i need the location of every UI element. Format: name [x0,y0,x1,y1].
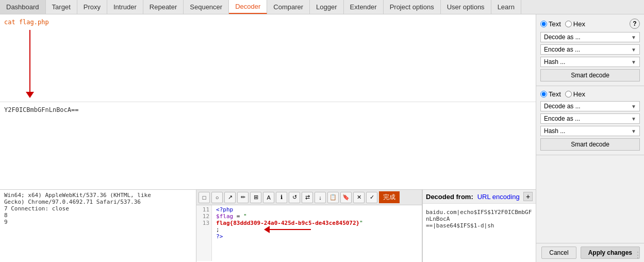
bottom-action-bar: Cancel Apply changes [536,243,644,262]
text-radio-option[interactable]: Text [540,20,561,28]
response-line: Gecko) Chrome/97.0.4692.71 Safari/537.36 [4,199,192,205]
toolbar-pencil-btn[interactable]: ✏ [237,192,249,203]
hash-label-upper: Hash ... [544,58,565,66]
plus-button[interactable]: + [523,192,533,201]
decode-as-arrow: ▼ [631,35,636,40]
decoded-content-line1: baidu.com|echo$IFS$1Y2F0ICBmbGFnLnBocA [426,209,532,222]
editor-toolbar: □ ○ ↗ ✏ ⊞ A ℹ ↺ ⇄ ↓ 📋 🔖 ✕ ✓ 完成 [196,190,422,205]
nav-learn[interactable]: Learn [491,0,521,14]
nav-extender[interactable]: Extender [344,0,384,14]
response-line: 8 [4,212,192,219]
decode-as-arrow-2: ▼ [631,104,636,109]
toolbar-rect-btn[interactable]: □ [199,192,210,203]
nav-project-options[interactable]: Project options [384,0,441,14]
hex-radio[interactable] [565,21,572,27]
text-radio[interactable] [540,21,547,27]
toolbar-undo-btn[interactable]: ↺ [289,192,300,203]
navigation-bar: Dashboard Target Proxy Intruder Repeater… [0,0,644,14]
toolbar-done-btn[interactable]: 完成 [379,191,400,203]
nav-dashboard[interactable]: Dashboard [0,0,46,14]
code-display: <?php $flag = " flag{83ddd309-24a0-425d-… [212,205,422,261]
hex-radio-option[interactable]: Hex [565,20,585,28]
decoded-content-line2: ==|base64$IFS$1-d|sh [426,222,494,229]
decoded-from-panel: Decoded from: URL encoding + baidu.com|e… [422,190,536,262]
nav-target[interactable]: Target [46,0,77,14]
text-radio-label-2: Text [549,90,561,98]
nav-sequencer[interactable]: Sequencer [184,0,229,14]
toolbar-copy-btn[interactable]: 📋 [327,192,339,203]
apply-changes-button[interactable]: Apply changes [581,247,640,259]
decoded-from-label: Decoded from: [426,193,473,201]
text-radio-label: Text [549,20,561,28]
lower-controls: Text Hex Decode as ... ▼ Encode as ... ▼ [536,86,644,155]
nav-comparer[interactable]: Comparer [267,0,310,14]
code-line-2: flag{83ddd309-24a0-425d-b9c5-de43ce84507… [216,220,418,226]
decoded-content: baidu.com|echo$IFS$1Y2F0ICBmbGFnLnBocA =… [423,206,536,232]
hash-dropdown-lower[interactable]: Hash ... ▼ [540,126,640,136]
encode-as-dropdown[interactable]: Encode as ... ▼ [540,44,640,55]
toolbar-bookmark-btn[interactable]: 🔖 [340,192,352,203]
text-radio-option-2[interactable]: Text [540,90,561,98]
nav-proxy[interactable]: Proxy [77,0,107,14]
response-right-panel: □ ○ ↗ ✏ ⊞ A ℹ ↺ ⇄ ↓ 📋 🔖 ✕ ✓ 完成 [196,190,422,262]
toolbar-check-btn[interactable]: ✓ [366,192,377,203]
toolbar-grid-btn[interactable]: ⊞ [250,192,261,203]
nav-user-options[interactable]: User options [441,0,491,14]
smart-decode-btn-upper[interactable]: Smart decode [540,69,640,81]
left-arrow-icon [264,226,311,233]
nav-logger[interactable]: Logger [310,0,343,14]
right-sidebar: Text Hex ? Decode as ... ▼ Encode as ...… [536,14,644,262]
line-numbers: 11 12 13 [196,205,212,261]
hex-radio-2[interactable] [565,91,572,97]
toolbar-circle-btn[interactable]: ○ [211,192,223,203]
nav-intruder[interactable]: Intruder [107,0,143,14]
response-line: 7 Connection: close [4,205,192,212]
toolbar-arrow-btn[interactable]: ↗ [224,192,236,203]
output-text-display: Y2F0ICBmbGFnLnBocA== [0,102,536,118]
decoder-output-area: Y2F0ICBmbGFnLnBocA== [0,102,536,189]
toolbar-swap-btn[interactable]: ⇄ [302,192,313,203]
decode-as-dropdown-2[interactable]: Decode as ... ▼ [540,101,640,111]
nav-repeater[interactable]: Repeater [143,0,184,14]
text-radio-2[interactable] [540,91,547,97]
toolbar-text-btn[interactable]: A [263,192,274,203]
decode-as-dropdown[interactable]: Decode as ... ▼ [540,32,640,42]
response-line: 9 [4,219,192,225]
help-button-upper[interactable]: ? [630,19,640,29]
decoder-input-area: cat flag.php [0,14,536,102]
encode-as-label-2: Encode as ... [544,115,580,122]
code-line-3: ; [216,226,418,233]
toolbar-close-btn[interactable]: ✕ [353,192,365,203]
toolbar-down-btn[interactable]: ↓ [315,192,326,203]
toolbar-info-btn[interactable]: ℹ [276,192,287,203]
decoded-from-value: URL encoding [477,193,520,201]
decode-as-label-2: Decode as ... [544,103,581,110]
hex-radio-option-2[interactable]: Hex [565,90,585,98]
encode-as-label: Encode as ... [544,46,580,53]
hex-radio-label-2: Hex [573,90,585,98]
encode-as-dropdown-2[interactable]: Encode as ... ▼ [540,113,640,124]
decode-as-label: Decode as ... [544,34,581,41]
code-line-4: ?> [216,233,418,240]
hash-dropdown-upper[interactable]: Hash ... ▼ [540,57,640,67]
response-left-panel: Win64; x64) AppleWebKit/537.36 (KHTML, l… [0,190,196,262]
input-text-display: cat flag.php [0,14,53,30]
encode-as-arrow-2: ▼ [631,116,636,122]
hex-radio-label: Hex [573,20,585,28]
hash-arrow-upper: ▼ [631,59,636,65]
encode-as-arrow: ▼ [631,47,636,53]
cancel-button[interactable]: Cancel [541,247,576,259]
hash-arrow-lower: ▼ [631,128,636,134]
response-line: Win64; x64) AppleWebKit/537.36 (KHTML, l… [4,192,192,199]
upper-controls: Text Hex ? Decode as ... ▼ Encode as ...… [536,14,644,86]
smart-decode-btn-lower[interactable]: Smart decode [540,138,640,151]
hash-label-lower: Hash ... [544,127,565,135]
code-php-tag: <?php [216,206,418,213]
nav-decoder[interactable]: Decoder [229,0,267,14]
code-line-1: $flag = " [216,213,418,220]
down-arrow-icon [26,30,34,98]
